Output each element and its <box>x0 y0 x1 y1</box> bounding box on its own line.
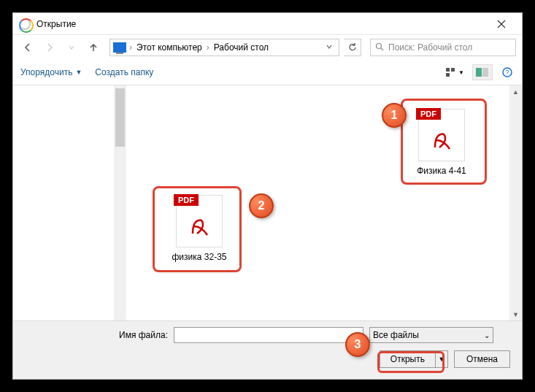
close-button[interactable] <box>487 14 516 34</box>
content-area: PDF Физика 4-41 PDF физика 32-35 1 2 ▲ ▼ <box>13 85 522 320</box>
new-folder-button[interactable]: Создать папку <box>95 67 153 77</box>
adobe-icon <box>188 212 210 238</box>
command-bar: Упорядочить ▼ Создать папку ▼ ? <box>13 60 522 85</box>
filename-input[interactable] <box>174 327 363 343</box>
tree-scrollbar[interactable] <box>114 85 126 320</box>
annotation-callout-1: 1 <box>382 103 407 128</box>
filename-label: Имя файла: <box>22 330 168 340</box>
chevron-down-icon: ⌄ <box>484 331 490 339</box>
annotation-highlight-3 <box>377 351 444 373</box>
address-bar[interactable]: › Этот компьютер › Рабочий стол <box>109 39 339 56</box>
file-name-label: Физика 4-41 <box>417 166 466 176</box>
svg-rect-1 <box>446 68 450 72</box>
forward-button[interactable] <box>41 39 58 56</box>
breadcrumb-item[interactable]: Рабочий стол <box>212 42 270 53</box>
help-button[interactable]: ? <box>500 65 515 80</box>
adobe-icon <box>431 126 453 152</box>
bottom-panel: Имя файла: Все файлы ⌄ Открыть ▼ Отмена … <box>13 320 522 379</box>
pdf-file-icon: PDF <box>176 195 223 247</box>
pdf-file-icon: PDF <box>418 109 465 161</box>
file-item[interactable]: PDF физика 32-35 <box>163 195 236 262</box>
pdf-badge: PDF <box>416 108 441 120</box>
file-list-pane[interactable]: PDF Физика 4-41 PDF физика 32-35 1 2 ▲ ▼ <box>126 85 522 320</box>
scrollbar-thumb[interactable] <box>115 88 125 147</box>
svg-point-0 <box>377 43 382 48</box>
preview-pane-button[interactable] <box>472 64 493 80</box>
chevron-down-icon: ▼ <box>458 69 464 76</box>
search-input[interactable]: Поиск: Рабочий стол <box>370 39 516 56</box>
scroll-down-icon[interactable]: ▼ <box>509 308 522 320</box>
svg-rect-2 <box>451 68 455 72</box>
titlebar: Открытие <box>13 13 522 35</box>
chevron-down-icon: ▼ <box>75 69 82 76</box>
chevron-right-icon: › <box>129 42 132 53</box>
view-large-button[interactable]: ▼ <box>444 64 465 80</box>
file-name-label: физика 32-35 <box>172 252 227 262</box>
this-pc-icon <box>113 42 126 53</box>
breadcrumb-item[interactable]: Этот компьютер <box>135 42 204 53</box>
chevron-right-icon: › <box>207 42 209 53</box>
organize-button[interactable]: Упорядочить ▼ <box>20 67 82 77</box>
svg-rect-5 <box>482 68 488 77</box>
refresh-button[interactable] <box>344 39 361 56</box>
scroll-up-icon[interactable]: ▲ <box>509 85 522 98</box>
svg-text:?: ? <box>505 69 509 76</box>
up-button[interactable] <box>85 39 102 56</box>
cancel-button[interactable]: Отмена <box>454 350 510 368</box>
navigation-bar: › Этот компьютер › Рабочий стол Поиск: Р… <box>13 35 522 60</box>
filetype-select[interactable]: Все файлы ⌄ <box>369 327 493 343</box>
address-dropdown-icon[interactable] <box>323 42 336 53</box>
file-item[interactable]: PDF Физика 4-41 <box>405 109 478 176</box>
filetype-text: Все файлы <box>373 330 419 340</box>
chrome-icon <box>19 18 31 30</box>
annotation-callout-2: 2 <box>249 193 274 218</box>
window-title: Открытие <box>36 19 76 29</box>
back-button[interactable] <box>19 39 36 56</box>
file-scrollbar[interactable]: ▲ ▼ <box>509 85 522 320</box>
svg-rect-4 <box>476 68 482 77</box>
file-open-dialog: Открытие › Этот компьютер › Рабочий стол <box>12 12 523 380</box>
svg-rect-3 <box>446 73 450 77</box>
pdf-badge: PDF <box>174 194 199 206</box>
search-placeholder: Поиск: Рабочий стол <box>388 42 472 53</box>
search-icon <box>375 42 384 53</box>
navigation-tree[interactable] <box>13 85 126 320</box>
recent-dropdown[interactable] <box>63 39 80 56</box>
